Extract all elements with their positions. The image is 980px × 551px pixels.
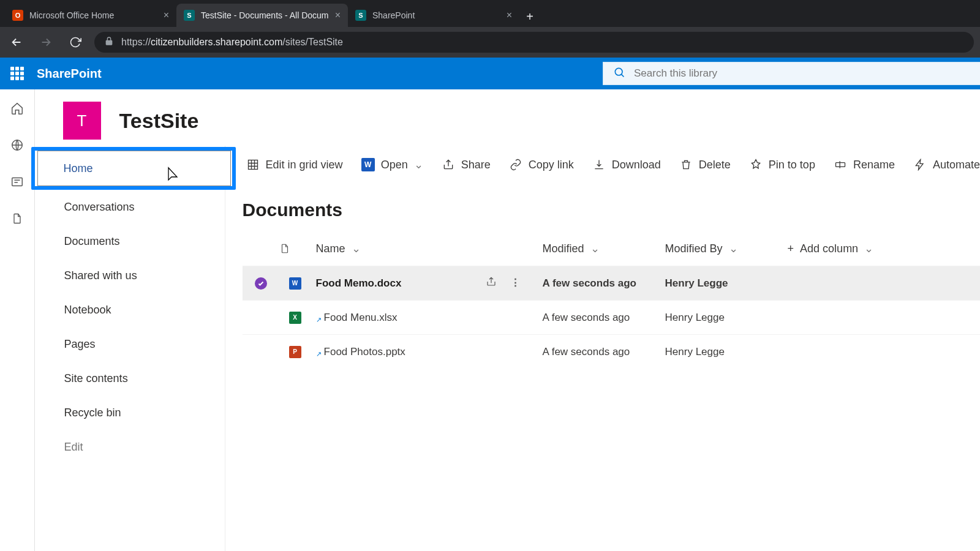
nav-label: Site contents xyxy=(64,372,128,385)
files-icon[interactable] xyxy=(9,211,25,227)
back-button[interactable] xyxy=(6,32,27,53)
open-button[interactable]: W Open ⌄ xyxy=(361,158,423,171)
svg-rect-2 xyxy=(12,178,23,186)
column-name[interactable]: Name⌄ xyxy=(316,242,543,255)
chevron-down-icon: ⌄ xyxy=(352,242,361,255)
column-modified[interactable]: Modified⌄ xyxy=(543,242,665,255)
word-icon: W xyxy=(361,158,375,171)
add-column-button[interactable]: +Add column⌄ xyxy=(788,242,922,255)
cmd-label: Delete xyxy=(699,159,731,171)
globe-icon[interactable] xyxy=(9,137,25,153)
file-name[interactable]: Food Photos.pptx xyxy=(324,346,405,358)
home-icon[interactable] xyxy=(9,100,25,116)
share-button[interactable]: Share xyxy=(442,158,491,171)
nav-item-notebook[interactable]: Notebook xyxy=(35,293,225,327)
nav-item-documents[interactable]: Documents xyxy=(35,224,225,258)
column-type[interactable] xyxy=(279,242,316,255)
waffle-icon xyxy=(10,67,24,80)
tab-title: SharePoint xyxy=(372,10,502,20)
close-icon[interactable]: × xyxy=(507,10,512,21)
flow-icon xyxy=(913,158,927,171)
documents-table: Name⌄ Modified⌄ Modified By⌄ +Add column… xyxy=(243,231,980,369)
nav-label: Pages xyxy=(64,338,96,351)
copy-link-button[interactable]: Copy link xyxy=(509,158,574,171)
browser-tab-strip: O Microsoft Office Home × S TestSite - D… xyxy=(0,0,980,27)
cmd-label: Rename xyxy=(853,159,895,171)
browser-tab-active[interactable]: S TestSite - Documents - All Docum × xyxy=(176,4,348,27)
site-title[interactable]: TestSite xyxy=(119,109,199,133)
library-title: Documents xyxy=(243,200,980,220)
file-name[interactable]: Food Memo.docx xyxy=(316,277,402,290)
nav-item-shared[interactable]: Shared with us xyxy=(35,258,225,293)
search-input[interactable] xyxy=(634,67,972,80)
trash-icon xyxy=(679,158,693,171)
news-icon[interactable] xyxy=(9,174,25,190)
nav-item-conversations[interactable]: Conversations xyxy=(35,190,225,224)
nav-item-edit[interactable]: Edit xyxy=(35,430,225,464)
cmd-label: Pin to top xyxy=(769,159,815,171)
cmd-label: Copy link xyxy=(529,159,574,171)
modified-by-cell: Henry Legge xyxy=(665,312,788,324)
site-header: T TestSite xyxy=(35,89,980,146)
download-button[interactable]: Download xyxy=(592,158,661,171)
selected-check-icon[interactable] xyxy=(255,277,267,290)
link-icon xyxy=(509,158,522,171)
delete-button[interactable]: Delete xyxy=(679,158,731,171)
browser-toolbar: https://citizenbuilders.sharepoint.com/s… xyxy=(0,27,980,58)
lock-icon xyxy=(104,36,114,48)
table-row[interactable]: X ↗Food Menu.xlsx A few seconds ago Henr… xyxy=(243,300,980,334)
plus-icon: + xyxy=(788,242,794,255)
chevron-down-icon: ⌄ xyxy=(864,242,873,255)
table-row[interactable]: P ↗Food Photos.pptx A few seconds ago He… xyxy=(243,334,980,369)
new-indicator-icon: ↗ xyxy=(316,350,322,358)
svg-rect-4 xyxy=(835,163,845,167)
nav-label: Notebook xyxy=(64,304,111,317)
grid-icon xyxy=(246,158,260,171)
excel-file-icon: X xyxy=(289,312,301,324)
file-name[interactable]: Food Menu.xlsx xyxy=(324,312,398,324)
app-rail xyxy=(0,89,35,551)
nav-item-pages[interactable]: Pages xyxy=(35,327,225,361)
nav-label: Conversations xyxy=(64,201,135,214)
search-box[interactable] xyxy=(603,62,980,85)
rename-button[interactable]: Rename xyxy=(834,158,895,171)
new-tab-button[interactable]: + xyxy=(519,6,540,27)
favicon-office-icon: O xyxy=(12,10,23,21)
brand-label[interactable]: SharePoint xyxy=(37,67,102,81)
svg-rect-3 xyxy=(248,160,257,170)
modified-cell: A few seconds ago xyxy=(543,277,665,290)
download-icon xyxy=(592,158,606,171)
modified-by-cell: Henry Legge xyxy=(665,277,788,290)
table-row[interactable]: W Food Memo.docx ⋮ A few seconds ago Hen… xyxy=(243,266,980,300)
nav-item-site-contents[interactable]: Site contents xyxy=(35,361,225,395)
tab-title: TestSite - Documents - All Docum xyxy=(201,10,330,20)
nav-label: Shared with us xyxy=(64,269,137,282)
pin-button[interactable]: Pin to top xyxy=(749,158,815,171)
chevron-down-icon: ⌄ xyxy=(414,158,423,171)
nav-item-home-highlight: Home xyxy=(35,151,225,186)
nav-label: Recycle bin xyxy=(64,407,121,419)
app-launcher-button[interactable] xyxy=(0,58,34,89)
close-icon[interactable]: × xyxy=(335,10,341,21)
browser-tab[interactable]: S SharePoint × xyxy=(348,4,519,27)
new-indicator-icon: ↗ xyxy=(316,316,322,324)
column-modified-by[interactable]: Modified By⌄ xyxy=(665,242,788,255)
address-bar[interactable]: https://citizenbuilders.sharepoint.com/s… xyxy=(94,32,974,53)
close-icon[interactable]: × xyxy=(164,10,169,21)
chevron-down-icon: ⌄ xyxy=(590,242,600,255)
share-icon[interactable] xyxy=(486,276,497,290)
url-text: https://citizenbuilders.sharepoint.com/s… xyxy=(121,37,343,48)
nav-item-recycle-bin[interactable]: Recycle bin xyxy=(35,395,225,430)
table-header: Name⌄ Modified⌄ Modified By⌄ +Add column… xyxy=(243,231,980,266)
edit-grid-button[interactable]: Edit in grid view xyxy=(246,158,343,171)
more-icon[interactable]: ⋮ xyxy=(510,276,521,290)
forward-button[interactable] xyxy=(36,32,56,53)
site-logo[interactable]: T xyxy=(63,102,101,140)
automate-button[interactable]: Automate xyxy=(913,158,980,171)
favicon-sharepoint-icon: S xyxy=(184,10,195,21)
left-navigation: Home Conversations Documents Shared with… xyxy=(35,146,225,551)
nav-item-home[interactable]: Home xyxy=(37,151,231,186)
rename-icon xyxy=(834,158,847,171)
reload-button[interactable] xyxy=(65,32,86,53)
browser-tab[interactable]: O Microsoft Office Home × xyxy=(5,4,176,27)
